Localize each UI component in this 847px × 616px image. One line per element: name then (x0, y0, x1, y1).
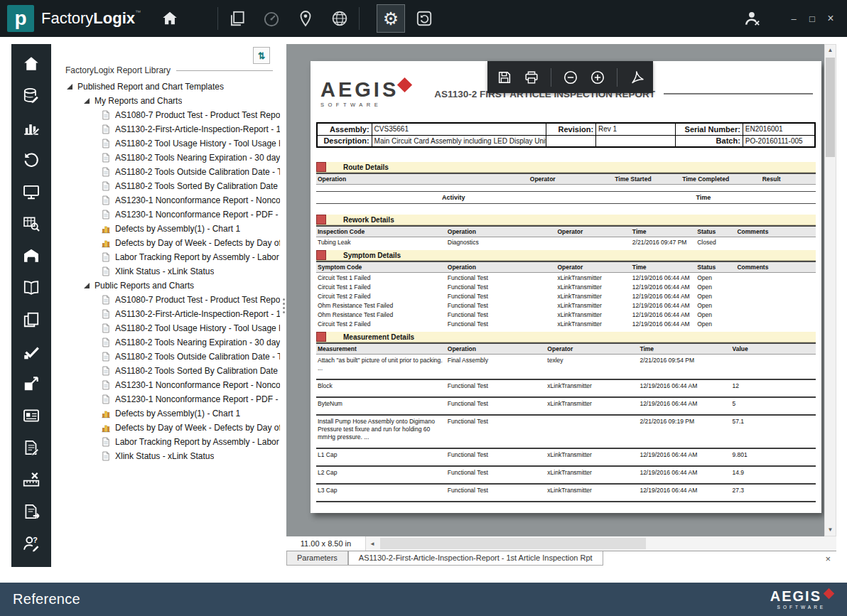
chart-edit-icon[interactable] (21, 118, 41, 137)
scroll-down-icon[interactable]: ▼ (825, 524, 836, 536)
tree-item[interactable]: Defects by Day of Week - Defects by Day … (51, 236, 280, 250)
tree-item[interactable]: AS1130-2-First-Article-Inspection-Report… (51, 307, 280, 321)
tab-parameters[interactable]: Parameters (286, 551, 348, 566)
tree-item[interactable]: Labor Tracking Report by Assembly - Labo… (51, 435, 280, 449)
tree-item[interactable]: AS1080-7 Product Test - Product Test Rep… (51, 108, 280, 122)
vertical-scrollbar[interactable]: ▲ ▼ (824, 44, 836, 536)
save-button[interactable] (494, 67, 515, 88)
document-export-icon[interactable] (21, 502, 41, 521)
documents-icon[interactable] (227, 8, 248, 29)
section-band: Rework Details (316, 215, 816, 225)
table-row: Circuit Test 2 FailedFunctional TestxLin… (316, 319, 816, 328)
user-signout-icon[interactable] (742, 8, 763, 29)
table-cell (735, 274, 815, 275)
pdf-export-button[interactable] (626, 67, 647, 88)
scroll-left-icon[interactable]: ◄ (366, 541, 379, 547)
expander-icon[interactable] (84, 283, 90, 288)
settings-gear-button[interactable]: ⚙ (377, 4, 405, 33)
tab-report[interactable]: AS1130-2-First-Article-Inspection-Report… (348, 551, 603, 566)
refresh-button[interactable]: ⇄ (253, 47, 270, 64)
table-cell: xLinkTransmitter (546, 486, 638, 495)
tree-item[interactable]: Defects by Assembly(1) - Chart 1 (51, 222, 280, 236)
expander-icon[interactable] (67, 84, 72, 90)
minimize-button[interactable]: – (784, 13, 803, 24)
database-edit-icon[interactable] (21, 86, 41, 105)
table-row: BlockFunctional TestxLinkTransmitter12/1… (316, 380, 816, 398)
home-icon[interactable] (21, 54, 41, 73)
tree-item[interactable]: AS1230-1 Nonconformance Report - Noncon.… (51, 378, 280, 392)
zoom-in-button[interactable] (587, 67, 608, 88)
book-icon[interactable] (21, 278, 41, 297)
tree-group-item[interactable]: Published Report and Chart Templates (51, 80, 280, 94)
tree-item[interactable]: AS1180-2 Tools Outside Calibration Date … (51, 165, 280, 179)
status-bar: Reference AEGIS SOFTWARE (0, 583, 847, 616)
tree-item[interactable]: Xlink Status - xLink Status (51, 264, 280, 279)
expander-icon[interactable] (84, 98, 90, 104)
panel-splitter[interactable] (281, 44, 286, 567)
check-task-icon[interactable] (21, 342, 41, 361)
scroll-up-icon[interactable]: ▲ (825, 45, 836, 56)
reset-history-icon[interactable] (414, 8, 435, 29)
tree-item[interactable]: AS1180-2 Tools Nearing Expiration - 30 d… (51, 335, 280, 350)
document-tab-bar: Parameters AS1130-2-First-Article-Inspec… (286, 551, 836, 567)
tree-item[interactable]: AS1180-2 Tools Nearing Expiration - 30 d… (51, 151, 280, 165)
tree-item[interactable]: Labor Tracking Report by Assembly - Labo… (51, 250, 280, 264)
copy-documents-icon[interactable] (21, 310, 41, 329)
section-column-headers: MeasurementOperationOperatorTimeValue (316, 342, 816, 355)
tree-item[interactable]: AS1230-1 Nonconformance Report - Noncon.… (51, 193, 280, 207)
sub-column-header: Time (591, 194, 816, 201)
warehouse-icon[interactable] (21, 246, 41, 265)
tree-item[interactable]: AS1130-2-First-Article-Inspection-Report… (51, 122, 280, 136)
tree-group-item[interactable]: My Reports and Charts (51, 94, 280, 108)
tree-group-item[interactable]: Public Reports and Charts (51, 279, 280, 293)
aegis-diamond-icon (397, 77, 412, 92)
history-icon[interactable] (21, 150, 41, 169)
close-tab-icon[interactable]: × (825, 554, 831, 563)
app-logo[interactable]: p (7, 5, 34, 32)
tree-item[interactable]: AS1180-2 Tools Sorted By Calibration Dat… (51, 364, 280, 378)
maximize-button[interactable]: □ (803, 13, 821, 24)
tree-item-label: Labor Tracking Report by Assembly - Labo… (115, 437, 280, 447)
tree-item[interactable]: AS1180-2 Tools Outside Calibration Date … (51, 350, 280, 364)
column-header: Value (730, 344, 816, 354)
tree-item[interactable]: AS1180-2 Tools Sorted By Calibration Dat… (51, 179, 280, 193)
table-cell (735, 320, 815, 321)
table-cell: 12/19/2016 06:44 AM (631, 283, 696, 291)
tree-item-label: AS1180-2 Tools Outside Calibration Date … (115, 167, 280, 177)
location-pin-icon[interactable] (295, 8, 316, 29)
tree-item[interactable]: Defects by Day of Week - Defects by Day … (51, 421, 280, 435)
monitor-icon[interactable] (21, 182, 41, 201)
zoom-out-button[interactable] (560, 67, 581, 88)
id-card-icon[interactable] (21, 406, 41, 425)
table-cell: Circuit Test 1 Failed (316, 274, 446, 282)
print-button[interactable] (521, 67, 542, 88)
home-icon[interactable] (159, 8, 180, 29)
table-cell: Ohm Resistance Test Failed (316, 301, 446, 310)
column-header: Operator (546, 344, 638, 354)
tree-item[interactable]: AS1230-1 Nonconformance Report - PDF - N… (51, 392, 280, 406)
gauge-icon[interactable] (261, 8, 282, 29)
refresh-icon: ⇄ (257, 52, 267, 60)
tree-item[interactable]: AS1180-2 Tool Usage History - Tool Usage… (51, 321, 280, 335)
section-title: Symptom Details (343, 252, 401, 259)
section-column-headers: Inspection CodeOperationOperatorTimeStat… (316, 225, 816, 237)
close-button[interactable]: × (821, 12, 840, 25)
document-edit-icon[interactable] (21, 438, 41, 457)
user-help-icon[interactable]: ? (21, 534, 41, 553)
tree-item[interactable]: Xlink Status - xLink Status (51, 449, 280, 463)
table-cell: xLinkTransmitter (556, 283, 630, 291)
document-icon (101, 195, 111, 206)
route-sub-headers: ActivityTime (316, 191, 816, 204)
ruler-icon[interactable] (21, 470, 41, 489)
assembly-value: CVS35661 (372, 123, 546, 135)
tree-item[interactable]: Defects by Assembly(1) - Chart 1 (51, 406, 280, 421)
export-icon[interactable] (21, 374, 41, 393)
table-search-icon[interactable] (21, 214, 41, 233)
horizontal-scrollbar[interactable] (379, 536, 836, 551)
tree-item[interactable]: AS1080-7 Product Test - Product Test Rep… (51, 293, 280, 307)
tree-item[interactable]: AS1230-1 Nonconformance Report - PDF - N… (51, 207, 280, 222)
vertical-scroll-thumb[interactable] (826, 58, 835, 157)
horizontal-scroll-thumb[interactable] (380, 538, 646, 549)
globe-icon[interactable] (329, 8, 350, 29)
tree-item[interactable]: AS1180-2 Tool Usage History - Tool Usage… (51, 136, 280, 151)
